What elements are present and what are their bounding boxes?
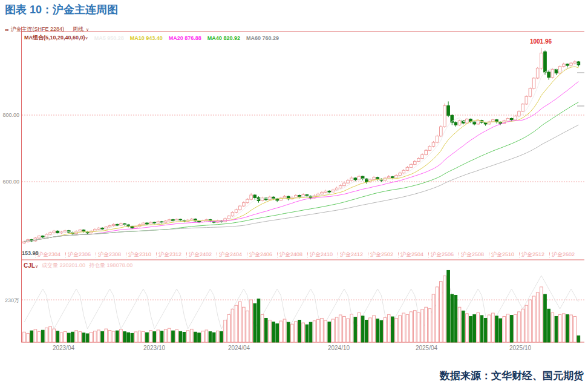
candle [283, 196, 286, 198]
candle [231, 213, 234, 216]
candle [146, 223, 149, 224]
candle [510, 119, 513, 120]
instrument-name[interactable]: 沪金主连(SHFE 2284) [10, 25, 64, 33]
volume-bar [68, 333, 71, 342]
volume-bar [127, 332, 130, 342]
candle [477, 121, 480, 124]
volume-bar [56, 331, 59, 342]
volume-bar [573, 316, 577, 342]
volume-bar [443, 276, 446, 342]
volume-bar [410, 312, 413, 342]
candle [198, 221, 201, 222]
volume-bar [264, 318, 267, 342]
volume-bar [27, 333, 30, 342]
candle [544, 52, 547, 73]
volume-bar [421, 309, 424, 342]
volume-bar [305, 325, 309, 342]
volume-bar [484, 318, 487, 342]
volume-bar [525, 305, 528, 342]
candle [428, 147, 431, 151]
volume-bar [551, 313, 554, 342]
volume-bar [518, 312, 521, 342]
candle [454, 122, 457, 125]
candle [566, 64, 569, 65]
volume-bar [324, 320, 327, 342]
peak-price-label: 1001.96 [519, 38, 563, 45]
volume-bar [82, 333, 85, 342]
candle [562, 64, 565, 67]
cjl-indicator-label[interactable]: CJL [24, 262, 35, 269]
candlestick-chart[interactable]: ∞ 沪金主连(SHFE 2284) 周线 ∨ MA组合(5,10,20,40,6… [0, 22, 588, 361]
volume-bar [570, 315, 573, 342]
volume-bar [75, 331, 78, 342]
candle [238, 206, 241, 210]
price-axis-label-600: 600.00 [0, 179, 19, 185]
candle [518, 111, 521, 116]
ma20-value: MA20 876.88 [169, 35, 201, 41]
volume-bar [90, 332, 93, 342]
volume-bar [328, 322, 331, 342]
volume-bar [544, 294, 547, 342]
candle [399, 173, 402, 176]
volume-bar [41, 330, 44, 342]
candle [335, 188, 338, 190]
ma60-value: MA60 760.29 [246, 35, 279, 41]
volume-bar [23, 332, 26, 342]
volume-bar [521, 309, 524, 342]
volume-bar [458, 307, 461, 342]
chevron-down-icon[interactable]: ∨ [86, 27, 89, 32]
candle [547, 72, 550, 78]
candle [350, 178, 353, 180]
volume-bar [365, 320, 368, 342]
candle [536, 68, 539, 78]
volume-bar [399, 316, 402, 342]
candle [168, 220, 171, 221]
volume-bar [153, 332, 156, 342]
volume-bar [71, 332, 74, 342]
volume-bar [302, 323, 305, 342]
chevron-down-icon[interactable]: ∨ [35, 264, 38, 268]
volume-bar [558, 314, 561, 342]
volume-bar [499, 319, 502, 342]
link-icon[interactable]: ∞ [5, 27, 8, 33]
candle [101, 228, 104, 229]
volume-bar [201, 331, 204, 342]
volume-bar [250, 300, 253, 342]
volume-bar [253, 303, 256, 342]
volume-bar [347, 319, 350, 342]
volume-bar [332, 319, 335, 342]
volume-bar [183, 332, 186, 342]
candle [387, 177, 390, 178]
volume-bar [488, 315, 491, 342]
candle [172, 220, 175, 221]
candle [235, 210, 238, 212]
volume-bar [79, 332, 82, 342]
volume-bar [45, 328, 48, 342]
volume-bar [34, 329, 37, 342]
figure-title: 图表 10：沪金主连周图 [5, 2, 118, 17]
candle [328, 191, 331, 192]
volume-bar [547, 309, 550, 342]
chart-canvas[interactable] [0, 22, 588, 361]
volume-bar [168, 328, 171, 342]
contract-label: 沪金2402 [186, 252, 212, 257]
candle [142, 223, 145, 225]
volume-bar [529, 300, 532, 342]
volume-bar [94, 331, 97, 342]
volume-bar [146, 332, 149, 342]
volume-bar [532, 296, 535, 342]
contract-label: 沪金2410 [307, 252, 333, 257]
candle [466, 119, 469, 124]
volume-bar [179, 331, 182, 342]
volume-bar [235, 305, 238, 342]
contract-label: 沪金2506 [428, 252, 454, 257]
page: 图表 10：沪金主连周图 ∞ 沪金主连(SHFE 2284) 周线 ∨ MA组合… [0, 0, 588, 387]
chevron-down-icon[interactable]: ∨ [85, 36, 88, 40]
volume-bar [272, 322, 275, 342]
ma-indicator-label[interactable]: MA组合(5,10,20,40,60,0) [24, 35, 85, 41]
contract-label: 沪金2404 [217, 252, 242, 257]
period-selector[interactable]: 周线 [73, 25, 83, 33]
volume-bar [279, 321, 283, 342]
candle [343, 183, 346, 185]
ma-indicator-row: MA组合(5,10,20,40,60,0)∨ MA5 950.28 MA10 9… [24, 34, 279, 42]
